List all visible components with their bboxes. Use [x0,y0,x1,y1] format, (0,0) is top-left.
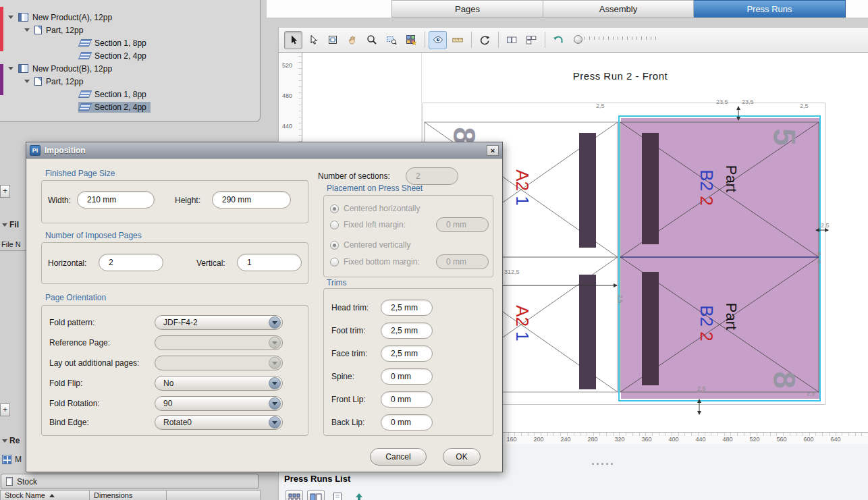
measure-tool[interactable] [448,31,466,49]
tab-assembly[interactable]: Assembly [543,0,694,18]
single-layout-view-tool[interactable] [502,31,520,49]
dimensions-column-header[interactable]: Dimensions [90,490,167,500]
chevron-down-icon[interactable] [269,397,281,410]
tab-pages[interactable]: Pages [391,0,543,18]
tree-item-label: New Product(B), 12pp [32,64,112,74]
horizontal-field[interactable]: 2 [99,254,163,271]
eye-icon [433,34,443,45]
layout-additional-pages-label: Lay out additional pages: [49,358,139,368]
ruler-label: 320 [606,436,633,443]
slider-thumb[interactable] [574,35,582,44]
layout-additional-pages-dropdown [155,356,283,370]
marquee-zoom-tool[interactable] [382,31,400,49]
fold-flip-label: Fold Flip: [49,379,82,388]
ruler-label: 480 [714,436,741,443]
zoom-slider[interactable] [572,33,659,47]
tree-item-section-a2[interactable]: Section 2, 4pp [0,49,260,62]
stock-name-column-header[interactable]: Stock Name [0,490,90,500]
back-lip-label: Back Lip: [331,418,364,427]
tree-item-section-a1[interactable]: Section 1, 8pp [0,36,260,49]
add-file-button[interactable]: + [0,185,10,198]
disclosure-triangle-icon[interactable] [8,16,13,19]
part-icon [34,26,42,34]
arrow-up-icon [354,492,364,500]
grid-view-button[interactable] [286,490,303,500]
group-title-page-orientation: Page Orientation [45,293,106,302]
ok-button[interactable]: OK [443,448,481,466]
front-lip-field[interactable]: 0 mm [381,391,433,408]
zero-dimension: 0 [817,250,821,257]
group-title-finished-page-size: Finished Page Size [45,169,115,178]
bind-edge-dropdown[interactable]: Rotate0 [155,415,283,430]
stock-table-header: Stock Name Dimensions [0,490,261,500]
tree-item-product-b[interactable]: New Product(B), 12pp [0,62,260,75]
centered-vertically-radio [330,241,339,250]
fit-page-icon [327,34,338,45]
zoom-tool[interactable] [362,31,381,49]
file-name-column-header[interactable]: File N [0,238,26,251]
ruler-label: 560 [768,436,795,443]
panel-splitter-handle[interactable] [592,463,594,465]
ruler-label: 520 [741,436,768,443]
pan-tool[interactable] [343,31,361,49]
fold-rotation-dropdown[interactable]: 90 [155,396,283,411]
hand-icon [347,34,358,45]
width-field[interactable]: 210 mm [77,191,155,209]
chevron-down-icon[interactable] [269,416,281,428]
head-trim-field[interactable]: 2,5 mm [381,300,433,316]
disclosure-triangle-icon[interactable] [8,67,13,70]
vertical-field[interactable]: 1 [237,254,302,271]
tab-press-runs[interactable]: Press Runs [694,0,846,18]
press-runs-list-title: Press Runs List [284,474,350,484]
move-up-button[interactable] [350,490,368,500]
select-tool[interactable] [284,31,302,49]
tree-item-label: Part, 12pp [46,26,83,35]
rotate-view-tool[interactable] [475,31,493,49]
tree-item-part-a[interactable]: Part, 12pp [0,24,260,36]
stock-collapsible-bar[interactable]: Stock [1,474,259,489]
app-pi-icon: PI [30,145,40,156]
back-lip-field[interactable]: 0 mm [381,414,433,430]
fixed-left-margin-radio [330,221,339,229]
chevron-down-icon[interactable] [269,377,281,389]
fold-pattern-dropdown[interactable]: JDF-F4-2 [155,315,283,330]
foot-trim-field[interactable]: 2,5 mm [381,323,433,339]
tree-item-section-b1[interactable]: Section 1, 8pp [0,88,260,101]
sheet-document-button[interactable] [329,490,346,500]
multi-layout-view-tool[interactable] [522,31,540,49]
section-icon [78,90,92,98]
spine-field[interactable]: 0 mm [381,368,433,385]
preview-toggle[interactable] [429,31,447,49]
chevron-down-icon [269,357,281,369]
tree-item-section-b2[interactable]: Section 2, 4pp [0,101,260,113]
undo-pan-tool[interactable] [549,31,567,49]
face-trim-field[interactable]: 2,5 mm [381,345,433,362]
select-cursor-icon [288,34,299,45]
resources-section-header[interactable]: Re [2,436,20,445]
dialog-titlebar[interactable]: PI Imposition × [26,142,502,159]
height-field[interactable]: 290 mm [212,191,291,209]
centered-vertically-label: Centered vertically [344,240,410,250]
files-section-header[interactable]: Fil [2,220,19,229]
chevron-down-icon[interactable] [269,316,281,329]
fixed-left-margin-label: Fixed left margin: [344,220,406,229]
fold-pattern-label: Fold pattern: [49,318,94,327]
disclosure-triangle-icon[interactable] [24,28,30,32]
tree-item-product-a[interactable]: New Product(A), 12pp [0,11,260,24]
cancel-button[interactable]: Cancel [370,448,427,466]
fit-page-tool[interactable] [323,31,342,49]
direct-select-tool[interactable] [304,31,322,49]
add-resource-button[interactable]: + [0,404,10,416]
fold-flip-dropdown[interactable]: No [155,376,283,391]
trim-dimension: 2,5 [697,385,706,392]
zero-dimension: 0 [817,258,821,265]
tree-item-part-b[interactable]: Part, 12pp [0,75,260,88]
dimensions-label: Dimensions [94,491,132,499]
close-button[interactable]: × [487,145,499,156]
imposition-grid-tool[interactable] [402,31,420,49]
slider-ticks [585,36,657,40]
media-list-item[interactable]: M [2,455,22,464]
trim-dimension: 2,5 [617,295,624,304]
grid-view-alt-button[interactable] [307,490,325,500]
disclosure-triangle-icon[interactable] [24,80,30,83]
